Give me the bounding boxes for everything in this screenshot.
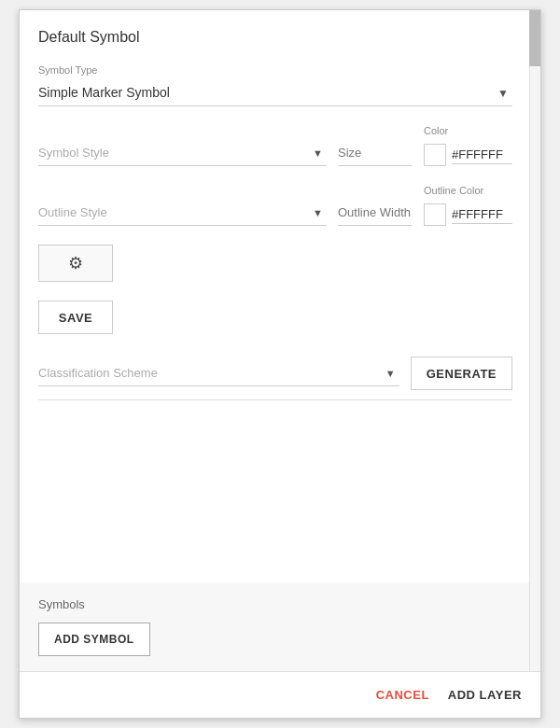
dialog: Default Symbol Symbol Type Simple Marker…	[19, 9, 541, 719]
outline-width-input[interactable]	[338, 200, 413, 226]
outline-color-label: Outline Color	[424, 185, 483, 196]
outline-color-swatch-row: #FFFFFF	[424, 203, 512, 226]
color-swatch-row: #FFFFFF	[424, 144, 512, 166]
symbol-type-select[interactable]: Simple Marker Symbol Picture Marker Symb…	[38, 79, 512, 106]
outline-style-select[interactable]: Outline Style Solid Dashed	[38, 200, 327, 226]
section-divider	[38, 399, 512, 400]
symbol-style-group: Symbol Style Circle Square ▼	[38, 140, 327, 166]
outline-row: Outline Style Solid Dashed ▼ Outline Col…	[38, 185, 512, 226]
outline-color-swatch[interactable]	[424, 203, 446, 226]
gear-button[interactable]: ⚙	[38, 245, 113, 282]
size-group	[338, 140, 413, 166]
outline-style-group: Outline Style Solid Dashed ▼	[38, 200, 327, 226]
color-hex-value: #FFFFFF	[452, 146, 512, 164]
color-label: Color	[424, 125, 448, 136]
footer: CANCEL ADD LAYER	[20, 671, 540, 718]
symbol-type-label: Symbol Type	[38, 64, 512, 76]
color-group: Color #FFFFFF	[424, 125, 512, 166]
style-size-color-row: Symbol Style Circle Square ▼ Color #FFFF…	[38, 125, 512, 166]
symbols-section: Symbols ADD SYMBOL	[20, 582, 540, 671]
outline-color-group: Outline Color #FFFFFF	[424, 185, 512, 226]
classification-scheme-select[interactable]: Classification Scheme Natural Breaks Equ…	[38, 360, 399, 386]
outline-color-hex-value: #FFFFFF	[452, 205, 512, 224]
generate-button[interactable]: GENERATE	[411, 357, 512, 390]
classification-row: Classification Scheme Natural Breaks Equ…	[38, 357, 512, 390]
size-input[interactable]	[338, 140, 413, 166]
symbol-type-wrapper: Simple Marker Symbol Picture Marker Symb…	[38, 79, 512, 106]
main-content: Default Symbol Symbol Type Simple Marker…	[20, 10, 540, 582]
dialog-title: Default Symbol	[38, 29, 512, 46]
classification-select-wrapper: Classification Scheme Natural Breaks Equ…	[38, 360, 399, 386]
color-swatch[interactable]	[424, 144, 446, 166]
cancel-button[interactable]: CANCEL	[376, 688, 429, 702]
symbols-label: Symbols	[38, 597, 522, 611]
add-layer-button[interactable]: ADD LAYER	[448, 688, 522, 702]
gear-icon: ⚙	[68, 253, 83, 273]
symbol-style-select[interactable]: Symbol Style Circle Square	[38, 140, 327, 166]
save-button[interactable]: SAVE	[38, 301, 113, 334]
scrollbar-track[interactable]	[529, 10, 540, 671]
scrollbar-thumb[interactable]	[529, 10, 540, 66]
add-symbol-button[interactable]: ADD SYMBOL	[38, 623, 150, 656]
outline-width-group	[338, 200, 413, 226]
